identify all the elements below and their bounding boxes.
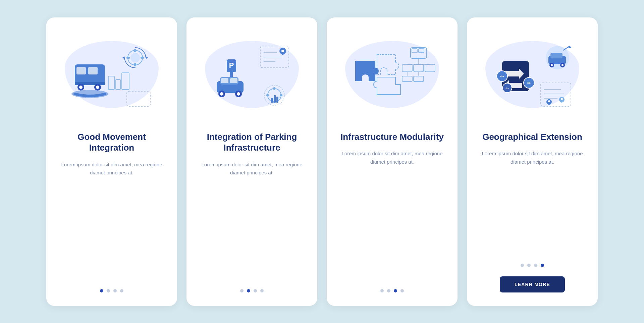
card-1-dots <box>100 278 123 292</box>
svg-rect-53 <box>414 64 424 72</box>
svg-point-72 <box>551 64 553 66</box>
svg-rect-26 <box>221 78 228 83</box>
svg-rect-40 <box>273 87 275 90</box>
card-1-text: Lorem ipsum dolor sit dim amet, mea regi… <box>58 161 165 177</box>
dot-3-2 <box>387 289 390 292</box>
svg-marker-19 <box>122 56 124 59</box>
svg-point-13 <box>130 53 140 62</box>
dot-4-4 <box>541 264 544 267</box>
dot-1-1 <box>100 289 103 292</box>
dot-2-3 <box>254 289 257 292</box>
dot-3-3 <box>394 289 397 292</box>
card-2-text: Lorem ipsum dolor sit dim amet, mea regi… <box>199 161 305 177</box>
svg-rect-11 <box>122 73 129 90</box>
svg-point-37 <box>281 50 284 52</box>
dot-1-3 <box>113 289 117 292</box>
svg-text:⇔: ⇔ <box>505 86 509 91</box>
card-4-body: Geographical Extension Lorem ipsum dolor… <box>467 131 598 292</box>
svg-rect-49 <box>419 49 424 53</box>
card-4-title: Geographical Extension <box>482 131 582 143</box>
svg-rect-48 <box>412 49 417 53</box>
card-3-illustration <box>327 17 458 131</box>
svg-point-29 <box>220 92 223 96</box>
dot-4-3 <box>534 264 537 267</box>
svg-rect-17 <box>141 57 144 59</box>
card-2-title: Integration of Parking Infrastructure <box>199 131 305 153</box>
card-4-dots <box>521 253 544 267</box>
card-3: Infrastructure Modularity Lorem ipsum do… <box>327 17 458 306</box>
svg-point-31 <box>237 92 240 96</box>
svg-marker-18 <box>146 56 148 59</box>
svg-rect-16 <box>126 57 130 59</box>
dot-4-2 <box>527 264 531 267</box>
svg-rect-14 <box>134 49 136 52</box>
svg-text:P: P <box>229 61 234 69</box>
dot-1-2 <box>107 289 110 292</box>
card-4: ⇔ ⇔ ⇔ <box>467 17 598 306</box>
dot-4-1 <box>521 264 524 267</box>
dot-2-4 <box>260 289 264 292</box>
card-2-body: Integration of Parking Infrastructure Lo… <box>186 131 317 292</box>
svg-rect-70 <box>550 53 562 58</box>
svg-point-7 <box>96 86 99 89</box>
svg-rect-46 <box>276 97 278 103</box>
svg-rect-58 <box>414 76 424 82</box>
card-2: P <box>186 17 317 306</box>
card-3-text: Lorem ipsum dolor sit dim amet, mea regi… <box>339 150 445 166</box>
svg-rect-77 <box>541 83 571 106</box>
svg-rect-27 <box>230 78 237 83</box>
dot-2-1 <box>240 289 244 292</box>
dot-3-4 <box>400 289 404 292</box>
card-3-body: Infrastructure Modularity Lorem ipsum do… <box>327 131 458 292</box>
svg-rect-43 <box>280 94 282 96</box>
svg-rect-2 <box>88 67 98 74</box>
svg-point-82 <box>548 100 550 102</box>
svg-rect-42 <box>266 94 269 96</box>
svg-rect-57 <box>402 76 412 82</box>
svg-rect-54 <box>425 64 435 72</box>
svg-rect-9 <box>108 76 114 90</box>
svg-rect-10 <box>116 79 120 90</box>
card-4-svg: ⇔ ⇔ ⇔ <box>485 38 579 111</box>
card-3-dots <box>380 278 404 292</box>
svg-rect-20 <box>127 91 150 106</box>
svg-rect-1 <box>76 67 86 74</box>
card-1-svg <box>65 38 159 111</box>
card-4-illustration: ⇔ ⇔ ⇔ <box>467 17 598 131</box>
svg-rect-52 <box>402 64 412 72</box>
card-1-title: Good Movement Integration <box>58 131 165 153</box>
svg-rect-45 <box>274 95 276 103</box>
dot-2-2 <box>247 289 250 292</box>
card-3-title: Infrastructure Modularity <box>340 131 444 143</box>
card-1: Good Movement Integration Lorem ipsum do… <box>46 17 177 306</box>
card-2-svg: P <box>205 38 299 111</box>
card-3-svg <box>345 38 439 111</box>
svg-text:⇔: ⇔ <box>527 80 531 86</box>
card-2-illustration: P <box>186 17 317 131</box>
card-4-text: Lorem ipsum dolor sit dim amet, mea regi… <box>479 150 586 166</box>
svg-text:⇔: ⇔ <box>500 73 504 79</box>
cards-container: Good Movement Integration Lorem ipsum do… <box>33 4 611 319</box>
card-1-illustration <box>46 17 177 131</box>
svg-rect-15 <box>134 63 136 66</box>
card-1-body: Good Movement Integration Lorem ipsum do… <box>46 131 177 292</box>
dot-3-1 <box>380 289 384 292</box>
dot-1-4 <box>120 289 123 292</box>
svg-point-84 <box>561 98 563 100</box>
svg-point-5 <box>79 86 83 89</box>
learn-more-button[interactable]: LEARN MORE <box>500 276 565 292</box>
card-2-dots <box>240 278 264 292</box>
svg-point-74 <box>561 64 564 66</box>
svg-rect-44 <box>271 98 273 103</box>
